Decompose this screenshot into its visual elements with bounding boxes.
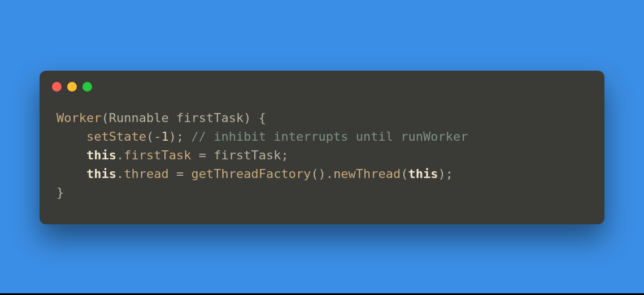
code-token: );: [169, 129, 184, 144]
code-token: (: [401, 167, 408, 181]
code-token: newThread: [333, 167, 401, 181]
maximize-icon[interactable]: [82, 82, 92, 92]
code-token: Worker: [56, 111, 101, 125]
code-token: ().: [311, 167, 333, 181]
code-token: =: [169, 167, 192, 181]
code-token: .: [116, 148, 124, 162]
code-token: [56, 167, 86, 181]
code-token: (: [101, 111, 108, 125]
code-token: getThreadFactory: [191, 167, 311, 181]
code-window: Worker(Runnable firstTask) { setState(-1…: [40, 71, 604, 224]
code-token: ) {: [243, 111, 266, 125]
code-token: [184, 129, 191, 144]
window-titlebar: [40, 71, 604, 92]
code-token: =: [191, 148, 214, 162]
code-token: ;: [281, 148, 288, 162]
close-icon[interactable]: [52, 82, 62, 92]
minimize-icon[interactable]: [67, 82, 77, 92]
code-token: firstTask: [124, 148, 191, 162]
code-keyword: this: [86, 167, 116, 181]
code-token: thread: [124, 167, 168, 181]
code-token: Runnable: [109, 111, 169, 125]
code-token: firstTask: [214, 148, 281, 162]
code-token: [169, 111, 176, 125]
code-token: [56, 129, 86, 144]
code-token: setState: [86, 129, 146, 144]
code-block: Worker(Runnable firstTask) { setState(-1…: [40, 92, 604, 224]
code-token: );: [438, 167, 454, 181]
code-token: .: [116, 167, 124, 181]
code-keyword: this: [86, 148, 116, 162]
code-token: 1: [161, 129, 168, 144]
code-token: (-: [146, 129, 162, 144]
code-token: firstTask: [176, 111, 243, 125]
code-token: }: [56, 185, 64, 199]
code-token: [56, 148, 86, 162]
code-comment: // inhibit interrupts until runWorker: [191, 129, 468, 144]
code-keyword: this: [408, 167, 438, 181]
